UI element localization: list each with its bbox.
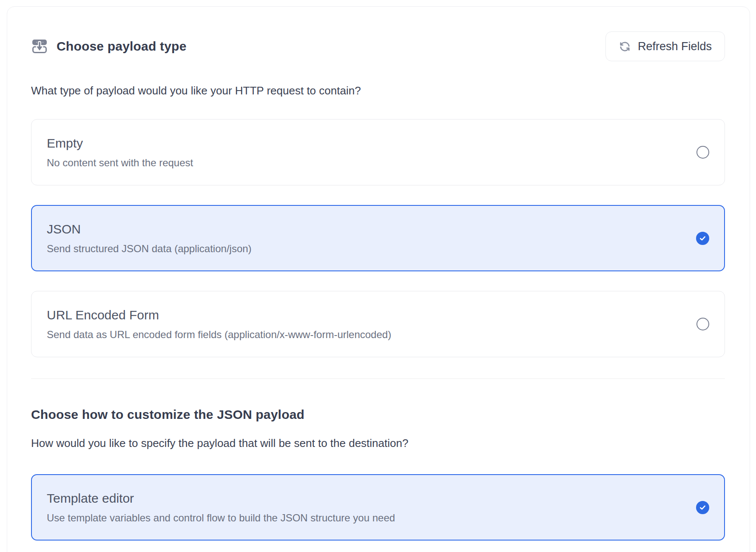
payload-type-options: Empty No content sent with the request J…: [31, 119, 725, 357]
header: Choose payload type Refresh Fields: [31, 31, 725, 61]
payload-option-json[interactable]: JSON Send structured JSON data (applicat…: [31, 205, 725, 271]
option-title: Template editor: [47, 490, 395, 507]
section-divider: [31, 378, 725, 379]
option-title: Empty: [47, 135, 193, 152]
customize-section-heading: Choose how to customize the JSON payload: [31, 406, 725, 423]
payload-type-question: What type of payload would you like your…: [31, 83, 725, 98]
check-circle-icon[interactable]: [696, 501, 709, 514]
payload-option-url-encoded-form[interactable]: URL Encoded Form Send data as URL encode…: [31, 291, 725, 357]
radio-circle-icon[interactable]: [696, 146, 709, 159]
payload-tray-icon: [31, 39, 48, 54]
refresh-icon: [619, 40, 631, 53]
radio-circle-icon[interactable]: [696, 318, 709, 330]
option-description: Send data as URL encoded form fields (ap…: [47, 328, 391, 341]
payload-option-empty[interactable]: Empty No content sent with the request: [31, 119, 725, 185]
option-description: No content sent with the request: [47, 156, 193, 170]
check-circle-icon[interactable]: [696, 232, 709, 245]
customize-option-template-editor[interactable]: Template editor Use template variables a…: [31, 474, 725, 541]
payload-settings-card: Choose payload type Refresh Fields What …: [7, 6, 750, 552]
refresh-fields-button[interactable]: Refresh Fields: [605, 31, 725, 61]
option-text: Empty No content sent with the request: [47, 135, 193, 170]
option-description: Send structured JSON data (application/j…: [47, 242, 252, 256]
option-text: URL Encoded Form Send data as URL encode…: [47, 307, 391, 341]
option-text: JSON Send structured JSON data (applicat…: [47, 221, 252, 256]
header-title-group: Choose payload type: [31, 38, 187, 55]
refresh-button-label: Refresh Fields: [638, 40, 712, 53]
option-text: Template editor Use template variables a…: [47, 490, 395, 525]
option-description: Use template variables and control flow …: [47, 511, 395, 525]
option-title: JSON: [47, 221, 252, 238]
option-title: URL Encoded Form: [47, 307, 391, 324]
page-title: Choose payload type: [57, 38, 187, 55]
customize-question: How would you like to specify the payloa…: [31, 436, 725, 450]
customize-options: Template editor Use template variables a…: [31, 474, 725, 541]
